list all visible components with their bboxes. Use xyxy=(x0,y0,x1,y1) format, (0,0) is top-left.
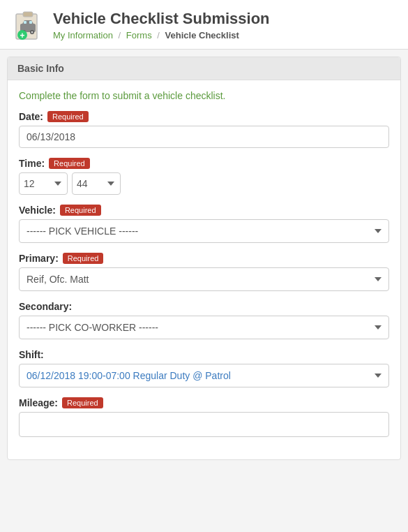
breadcrumb-current: Vehicle Checklist xyxy=(165,30,239,40)
app-icon: + xyxy=(11,8,45,42)
mileage-label: Mileage: Required xyxy=(19,397,389,408)
time-label: Time: Required xyxy=(19,158,389,169)
date-field-row: Date: Required xyxy=(19,111,389,148)
primary-select[interactable]: Reif, Ofc. Matt xyxy=(19,267,389,291)
intro-text: Complete the form to submit a vehicle ch… xyxy=(19,90,389,101)
svg-rect-4 xyxy=(29,21,32,24)
shift-field-row: Shift: 06/12/2018 19:00-07:00 Regular Du… xyxy=(19,349,389,387)
breadcrumb-sep-1: / xyxy=(119,30,121,40)
svg-point-8 xyxy=(31,31,33,34)
vehicle-field-row: Vehicle: Required ------ PICK VEHICLE --… xyxy=(19,205,389,243)
date-required-badge: Required xyxy=(47,111,89,122)
date-input[interactable] xyxy=(19,126,389,148)
secondary-select[interactable]: ------ PICK CO-WORKER ------ xyxy=(19,316,389,339)
breadcrumb-forms[interactable]: Forms xyxy=(126,30,152,40)
time-minute-select[interactable]: 44 xyxy=(72,172,121,195)
time-row: 12 44 xyxy=(19,172,389,195)
date-label: Date: Required xyxy=(19,111,389,122)
breadcrumb-my-information[interactable]: My Information xyxy=(53,30,113,40)
time-hour-select[interactable]: 12 xyxy=(19,172,68,195)
secondary-field-row: Secondary: ------ PICK CO-WORKER ------ xyxy=(19,301,389,339)
primary-label: Primary: Required xyxy=(19,253,389,264)
vehicle-required-badge: Required xyxy=(60,205,101,216)
time-required-badge: Required xyxy=(49,158,90,169)
vehicle-select[interactable]: ------ PICK VEHICLE ------ xyxy=(19,219,389,243)
basic-info-section: Basic Info Complete the form to submit a… xyxy=(7,57,401,460)
shift-select[interactable]: 06/12/2018 19:00-07:00 Regular Duty @ Pa… xyxy=(19,364,389,387)
page-header: + Vehicle Checklist Submission My Inform… xyxy=(0,0,408,50)
svg-text:+: + xyxy=(20,31,24,40)
shift-label: Shift: xyxy=(19,349,389,360)
vehicle-label: Vehicle: Required xyxy=(19,205,389,216)
header-text-block: Vehicle Checklist Submission My Informat… xyxy=(53,10,270,40)
section-title: Basic Info xyxy=(8,57,400,80)
mileage-input[interactable] xyxy=(19,412,389,437)
secondary-label: Secondary: xyxy=(19,301,389,312)
breadcrumb-sep-2: / xyxy=(157,30,160,40)
breadcrumb: My Information / Forms / Vehicle Checkli… xyxy=(53,30,270,40)
time-field-row: Time: Required 12 44 xyxy=(19,158,389,195)
mileage-required-badge: Required xyxy=(62,397,103,408)
primary-field-row: Primary: Required Reif, Ofc. Matt xyxy=(19,253,389,291)
mileage-field-row: Mileage: Required xyxy=(19,397,389,437)
primary-required-badge: Required xyxy=(63,253,104,264)
svg-rect-3 xyxy=(24,21,27,24)
svg-rect-1 xyxy=(23,12,33,17)
page-title: Vehicle Checklist Submission xyxy=(53,10,270,28)
section-body: Complete the form to submit a vehicle ch… xyxy=(8,80,400,459)
